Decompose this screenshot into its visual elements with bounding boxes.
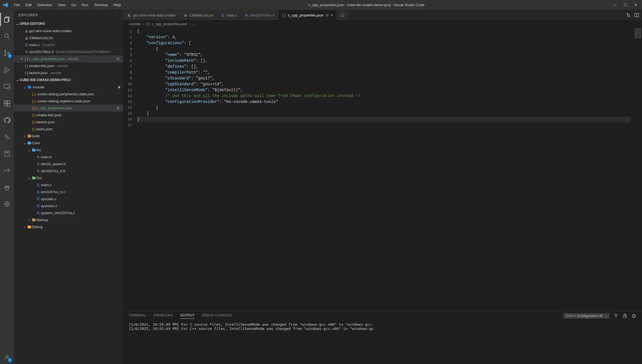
- tree-folder[interactable]: ⌄Inc: [14, 146, 123, 153]
- tree-file[interactable]: { }c_cpp_properties.jsonU: [14, 105, 123, 112]
- menu-go[interactable]: Go: [69, 1, 79, 9]
- explorer-more-icon[interactable]: ···: [114, 13, 118, 17]
- tree-file[interactable]: Cstm32h7xx_it.c: [14, 188, 123, 195]
- menu-selection[interactable]: Selection: [34, 1, 55, 9]
- tree-file[interactable]: Csystem_stm32h7xx.c: [14, 209, 123, 216]
- tree-file[interactable]: { }.cortex-debug.registers.state.json: [14, 98, 123, 105]
- editor-tab[interactable]: Cmain.c: [218, 10, 241, 20]
- tree-file[interactable]: { }launch.json: [14, 119, 123, 126]
- menu-run[interactable]: Run: [79, 1, 91, 9]
- tree-file[interactable]: hstm32_assert.h: [14, 160, 123, 167]
- file-icon: C: [36, 183, 41, 187]
- breadcrumb-seg[interactable]: c_cpp_properties.json: [152, 22, 187, 26]
- svg-point-15: [6, 136, 8, 138]
- menu-terminal[interactable]: Terminal: [91, 1, 110, 9]
- open-editors-label: OPEN EDITORS: [20, 22, 45, 26]
- tree-folder[interactable]: ›Startup: [14, 216, 123, 223]
- tree-file[interactable]: hstm32h7xx_it.h: [14, 167, 123, 174]
- tree-folder[interactable]: ›build: [14, 133, 123, 140]
- close-icon[interactable]: ×: [331, 13, 333, 17]
- panel-tab-terminal[interactable]: TERMINAL: [129, 313, 146, 318]
- open-editor-item[interactable]: { }launch.json.vscode: [14, 69, 123, 76]
- breadcrumb-seg[interactable]: .vscode: [128, 22, 141, 26]
- activity-live[interactable]: [0, 130, 14, 144]
- tree-file[interactable]: { }.cortex-debug.peripherals.state.json: [14, 91, 123, 98]
- menu-help[interactable]: Help: [110, 1, 124, 9]
- tree-folder[interactable]: ›Debug: [14, 223, 123, 230]
- code-content[interactable]: { "version": 4, "configurations": [ { "n…: [137, 27, 631, 311]
- open-editor-item[interactable]: { }cmake-kits.json.vscode: [14, 62, 123, 69]
- breadcrumb[interactable]: .vscode › { } c_cpp_properties.json › ..…: [123, 20, 642, 27]
- activity-run-debug[interactable]: [0, 63, 14, 77]
- file-icon: C: [36, 211, 41, 215]
- open-editor-item[interactable]: gcc-arm-none-eabi.cmake: [14, 27, 123, 34]
- file-icon: C: [36, 197, 41, 201]
- files-icon: [4, 16, 11, 23]
- editor-tab[interactable]: CMakeLists.txt: [180, 10, 218, 20]
- panel-lock-icon[interactable]: [622, 313, 627, 318]
- file-icon: [127, 13, 131, 17]
- open-editors-header[interactable]: ⌄ OPEN EDITORS: [14, 20, 123, 27]
- activity-share[interactable]: [0, 164, 14, 177]
- open-editor-item[interactable]: hstm32h735xx.hDrivers\CMSIS\Device\ST\ST…: [14, 48, 123, 55]
- chevron-down-icon: ⌄: [22, 85, 27, 89]
- activity-bookmark[interactable]: [0, 147, 14, 160]
- editor-tab[interactable]: hstm32h735xx.h: [241, 10, 279, 20]
- window-title: c_cpp_properties.json - cube-ide-cmake-d…: [124, 3, 609, 7]
- file-label: CMakeLists.txt: [29, 36, 53, 40]
- tree-folder[interactable]: ⌄.vscode: [14, 84, 123, 91]
- close-icon[interactable]: ✕: [633, 3, 638, 7]
- svg-point-2: [4, 34, 8, 37]
- output-body[interactable]: [1/6/2022, 10:55:49 PM] For C source fil…: [123, 321, 642, 364]
- split-editor-icon[interactable]: [634, 13, 639, 18]
- compare-icon[interactable]: [626, 13, 631, 18]
- tree-file[interactable]: { }cmake-kits.json: [14, 112, 123, 119]
- menu-file[interactable]: File: [11, 1, 23, 9]
- file-label: gcc-arm-none-eabi.cmake: [29, 29, 71, 33]
- minimize-icon[interactable]: ─: [613, 3, 618, 7]
- activity-pio[interactable]: [0, 181, 14, 194]
- activity-remote[interactable]: [0, 80, 14, 93]
- close-icon[interactable]: ×: [19, 57, 24, 61]
- tree-file[interactable]: hmain.h: [14, 153, 123, 160]
- menu-view[interactable]: View: [55, 1, 69, 9]
- maximize-icon[interactable]: ☐: [623, 3, 628, 7]
- activity-extensions[interactable]: [0, 97, 14, 110]
- activity-explorer[interactable]: [0, 13, 14, 26]
- open-editor-item[interactable]: CMakeLists.txt: [14, 34, 123, 41]
- tree-file[interactable]: Csysmem.c: [14, 202, 123, 209]
- panel-tab-problems[interactable]: PROBLEMS: [154, 313, 173, 318]
- activity-search[interactable]: [0, 30, 14, 43]
- editor[interactable]: 1234567891011121314151617 { "version": 4…: [123, 27, 642, 311]
- menu-edit[interactable]: Edit: [23, 1, 34, 9]
- panel-tab-output[interactable]: OUTPUT: [180, 313, 194, 319]
- file-icon: h: [36, 162, 41, 166]
- activity-github[interactable]: [0, 114, 14, 127]
- tree-file[interactable]: Csyscalls.c: [14, 195, 123, 202]
- editor-tab[interactable]: { }: [337, 10, 348, 20]
- tree-file[interactable]: { }tasks.json: [14, 126, 123, 133]
- chevron-down-icon: ⌄: [604, 314, 607, 318]
- activity-cmake[interactable]: [0, 197, 14, 211]
- panel-clear-icon[interactable]: [631, 313, 636, 318]
- output-channel-select[interactable]: C/C++ Configuration W ⌄: [563, 313, 610, 319]
- minimap[interactable]: [631, 27, 642, 311]
- activity-scm[interactable]: 2: [0, 46, 14, 60]
- tree-folder[interactable]: ⌄Core: [14, 140, 123, 146]
- open-editor-item[interactable]: ×{ }c_cpp_properties.json.vscodeU: [14, 55, 123, 62]
- svg-line-3: [8, 37, 10, 39]
- tab-label: main.c: [227, 13, 237, 17]
- tree-file[interactable]: Cmain.c: [14, 181, 123, 188]
- breadcrumb-seg[interactable]: ...: [193, 22, 196, 26]
- panel-filter-icon[interactable]: [613, 313, 619, 318]
- project-header[interactable]: ⌄ CUBE-IDE-CMAKE-DEMO-PROJ: [14, 76, 123, 84]
- editor-tab[interactable]: { }c_cpp_properties.jsonU×: [279, 10, 337, 20]
- json-icon: { }: [341, 13, 344, 17]
- open-editor-item[interactable]: Cmain.cCore\Src: [14, 41, 123, 48]
- tree-folder[interactable]: ⌄Src: [14, 174, 123, 181]
- activity-accounts[interactable]: 3: [0, 351, 14, 364]
- minimap-viewport[interactable]: [635, 29, 641, 38]
- editor-tab[interactable]: gcc-arm-none-eabi.cmake: [123, 10, 180, 20]
- panel-tab-debug-console[interactable]: DEBUG CONSOLE: [202, 313, 232, 318]
- file-tree: ⌄.vscode{ }.cortex-debug.peripherals.sta…: [14, 84, 123, 364]
